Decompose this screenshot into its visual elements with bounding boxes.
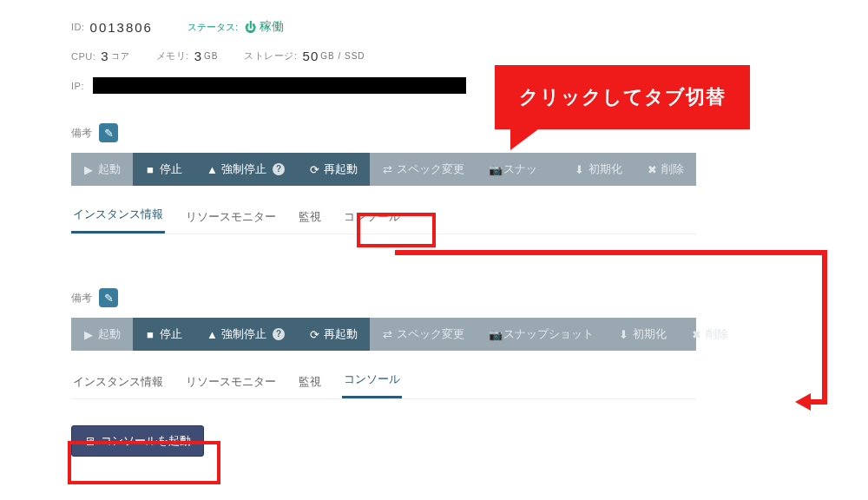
camera-icon: 📷 bbox=[489, 163, 499, 176]
close-icon: ✖ bbox=[691, 328, 701, 341]
cpu-label: CPU: bbox=[71, 51, 95, 62]
init-label: 初期化 bbox=[589, 161, 622, 177]
edit-note-button-2[interactable]: ✎ bbox=[99, 288, 118, 307]
refresh-icon: ⟳ bbox=[309, 328, 319, 341]
launch-console-button[interactable]: 🖥 コンソールを起動 bbox=[71, 425, 204, 457]
mem-unit: GB bbox=[204, 51, 218, 61]
tab-watch[interactable]: 監視 bbox=[297, 209, 323, 234]
stop-icon: ■ bbox=[145, 328, 155, 341]
refresh-icon: ⟳ bbox=[309, 163, 319, 176]
annotation-line bbox=[822, 250, 827, 405]
storage-unit: GB / SSD bbox=[320, 51, 365, 61]
edit-icon: ✎ bbox=[104, 127, 114, 140]
action-toolbar: ▶起動 ■停止 ▲強制停止? ⟳再起動 ⇄スペック変更 📷スナッ ⬇初期化 ✖削… bbox=[71, 153, 696, 186]
mem-value: 3 bbox=[194, 49, 202, 63]
storage-label: ストレージ: bbox=[244, 49, 297, 62]
annotation-callout-text: クリックしてタブ切替 bbox=[519, 86, 726, 108]
reboot-label: 再起動 bbox=[324, 161, 358, 177]
note-label: 備考 bbox=[71, 126, 92, 141]
init-button: ⬇初期化 bbox=[562, 153, 635, 186]
reboot-button[interactable]: ⟳再起動 bbox=[297, 318, 370, 351]
download-icon: ⬇ bbox=[618, 328, 628, 341]
swap-icon: ⇄ bbox=[382, 328, 392, 341]
start-button: ▶起動 bbox=[71, 153, 133, 186]
annotation-line bbox=[809, 399, 827, 405]
stop-button[interactable]: ■停止 bbox=[133, 318, 194, 351]
snapshot-button: 📷スナッ bbox=[477, 153, 549, 186]
annotation-arrow-head bbox=[795, 393, 811, 411]
spec-change-button: ⇄スペック変更 bbox=[370, 153, 477, 186]
play-icon: ▶ bbox=[83, 163, 94, 176]
stop-button[interactable]: ■停止 bbox=[133, 153, 194, 186]
download-icon: ⬇ bbox=[574, 163, 584, 176]
reboot-button[interactable]: ⟳再起動 bbox=[297, 153, 370, 186]
warning-icon: ▲ bbox=[207, 163, 217, 176]
ip-redacted bbox=[93, 77, 466, 94]
play-icon: ▶ bbox=[83, 328, 94, 341]
delete-button: ✖削除 bbox=[679, 318, 740, 351]
tab-info[interactable]: インスタンス情報 bbox=[71, 374, 165, 398]
note-label-2: 備考 bbox=[71, 291, 92, 306]
init-button: ⬇初期化 bbox=[606, 318, 679, 351]
edit-icon: ✎ bbox=[104, 292, 114, 305]
force-stop-label: 強制停止 bbox=[221, 161, 266, 177]
tab-monitor[interactable]: リソースモニター bbox=[184, 209, 278, 234]
force-stop-button[interactable]: ▲強制停止? bbox=[194, 153, 297, 186]
help-icon[interactable]: ? bbox=[273, 163, 285, 175]
cpu-value: 3 bbox=[101, 49, 108, 63]
start-button: ▶起動 bbox=[71, 318, 133, 351]
warning-icon: ▲ bbox=[207, 328, 217, 341]
edit-note-button[interactable]: ✎ bbox=[99, 123, 118, 142]
tabs-before: インスタンス情報 リソースモニター 監視 コンソール bbox=[71, 205, 696, 234]
tab-watch[interactable]: 監視 bbox=[297, 374, 323, 398]
delete-button: ✖削除 bbox=[635, 153, 696, 186]
camera-icon: 📷 bbox=[489, 328, 499, 341]
mem-label: メモリ: bbox=[156, 49, 189, 62]
status-label: ステータス: bbox=[187, 21, 238, 34]
storage-value: 50 bbox=[303, 49, 319, 63]
power-icon: ⏻ bbox=[245, 21, 256, 34]
close-icon: ✖ bbox=[647, 163, 657, 176]
monitor-icon: 🖥 bbox=[84, 435, 95, 448]
tabs-after: インスタンス情報 リソースモニター 監視 コンソール bbox=[71, 370, 696, 399]
id-label: ID: bbox=[71, 22, 85, 32]
id-value: 0013806 bbox=[90, 20, 153, 35]
action-toolbar-2: ▶起動 ■停止 ▲強制停止? ⟳再起動 ⇄スペック変更 📷スナップショット ⬇初… bbox=[71, 318, 696, 351]
snapshot-button: 📷スナップショット bbox=[477, 318, 606, 351]
launch-console-label: コンソールを起動 bbox=[101, 433, 191, 449]
ip-label: IP: bbox=[71, 81, 84, 91]
stop-icon: ■ bbox=[145, 163, 155, 176]
annotation-callout: クリックしてタブ切替 bbox=[495, 65, 750, 129]
start-label: 起動 bbox=[98, 161, 121, 177]
delete-label: 削除 bbox=[661, 161, 684, 177]
spec-change-button: ⇄スペック変更 bbox=[370, 318, 477, 351]
help-icon[interactable]: ? bbox=[273, 328, 285, 340]
status-value: 稼働 bbox=[260, 19, 284, 35]
annotation-line bbox=[395, 250, 827, 255]
spec-label: スペック変更 bbox=[397, 161, 464, 177]
swap-icon: ⇄ bbox=[382, 163, 392, 176]
tab-console[interactable]: コンソール bbox=[342, 209, 402, 234]
stop-label: 停止 bbox=[160, 161, 182, 177]
tab-monitor[interactable]: リソースモニター bbox=[184, 374, 278, 398]
tab-info[interactable]: インスタンス情報 bbox=[71, 207, 165, 234]
cpu-unit: コア bbox=[111, 50, 130, 62]
tab-console[interactable]: コンソール bbox=[342, 372, 402, 398]
force-stop-button[interactable]: ▲強制停止? bbox=[194, 318, 297, 351]
snapshot-label: スナッ bbox=[503, 161, 537, 177]
